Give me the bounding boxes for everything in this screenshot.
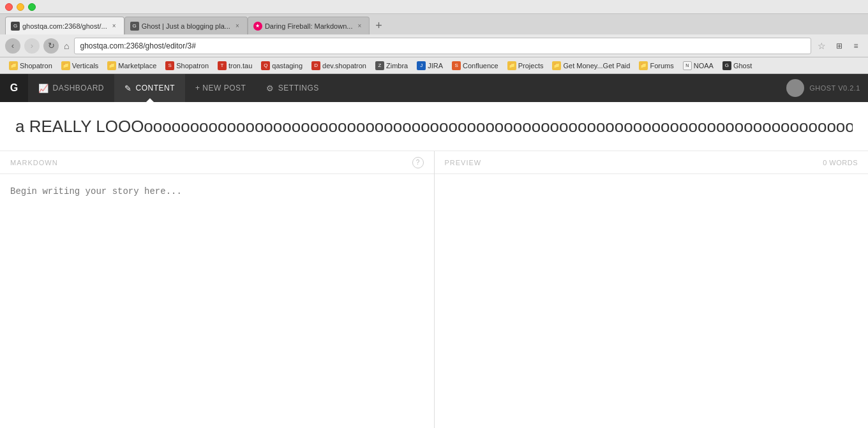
- nav-item-content[interactable]: ✎ Content: [114, 74, 185, 102]
- bookmark-site-icon: Z: [375, 61, 384, 70]
- bookmark-get-money[interactable]: 📁 Get Money...Get Paid: [548, 60, 634, 71]
- markdown-pane: MARKDOWN ?: [0, 151, 435, 428]
- bookmark-site-icon: S: [452, 61, 461, 70]
- word-count: 0 WORDS: [823, 159, 858, 166]
- bookmark-qastaging[interactable]: Q qastaging: [257, 60, 306, 71]
- browser-title-bar: [0, 0, 868, 14]
- bookmark-label: Shopatron: [20, 62, 52, 70]
- post-title-prefix: a REALLY LOOOooooooooooooooooooooooooooo…: [15, 117, 853, 136]
- app-navigation: G 📈 Dashboard ✎ Content + New Post ⚙ Set…: [0, 74, 868, 102]
- bookmark-label: Shopatron: [176, 62, 209, 70]
- bookmark-site-icon: J: [417, 61, 426, 70]
- bookmark-folder-icon: 📁: [507, 61, 516, 70]
- bookmark-label: Marketplace: [118, 62, 156, 70]
- bookmark-zimbra[interactable]: Z Zimbra: [371, 60, 412, 71]
- forward-button[interactable]: ›: [24, 38, 40, 54]
- url-text: ghostqa.com:2368/ghost/editor/3#: [80, 41, 805, 50]
- menu-icon[interactable]: ≡: [849, 39, 863, 53]
- address-bar: ‹ › ↻ ⌂ ghostqa.com:2368/ghost/editor/3#…: [0, 34, 868, 57]
- bookmark-label: Get Money...Get Paid: [563, 62, 630, 70]
- bookmark-projects[interactable]: 📁 Projects: [504, 60, 548, 71]
- back-button[interactable]: ‹: [5, 38, 20, 54]
- new-tab-button[interactable]: +: [370, 17, 387, 34]
- nav-item-label-settings: Settings: [278, 84, 319, 92]
- markdown-pane-header: MARKDOWN ?: [0, 151, 434, 174]
- bookmark-verticals[interactable]: 📁 Verticals: [57, 60, 103, 71]
- bookmark-label: dev.shopatron: [322, 62, 366, 70]
- tab-ghost-editor[interactable]: G ghostqa.com:2368/ghost/... ×: [5, 17, 124, 34]
- url-bar[interactable]: ghostqa.com:2368/ghost/editor/3#: [74, 38, 811, 54]
- nav-item-settings[interactable]: ⚙ Settings: [256, 74, 329, 102]
- ghost-version-label: Ghost V0.2.1: [809, 84, 860, 92]
- tab-just-blogging[interactable]: G Ghost | Just a blogging pla... ×: [124, 17, 248, 34]
- close-window-button[interactable]: [5, 3, 13, 11]
- settings-icon: ⚙: [266, 84, 274, 93]
- bookmark-label: Verticals: [72, 62, 99, 70]
- tab-close-daring[interactable]: ×: [355, 22, 364, 31]
- bookmark-confluence[interactable]: S Confluence: [448, 60, 502, 71]
- tab-label-daring: Daring Fireball: Markdown...: [265, 22, 353, 30]
- content-icon: ✎: [124, 84, 132, 93]
- markdown-content-area[interactable]: [0, 174, 434, 428]
- bookmark-label: NOAA: [694, 62, 714, 70]
- bookmark-folder-icon: 📁: [552, 61, 561, 70]
- markdown-textarea[interactable]: [10, 184, 424, 422]
- bookmark-folder-icon: 📁: [107, 61, 116, 70]
- post-title[interactable]: a REALLY LOOOooooooooooooooooooooooooooo…: [15, 115, 853, 138]
- bookmark-tron-tau[interactable]: T tron.tau: [214, 60, 256, 71]
- maximize-window-button[interactable]: [28, 3, 36, 11]
- markdown-help-button[interactable]: ?: [412, 157, 424, 168]
- bookmarks-bar: 📁 Shopatron 📁 Verticals 📁 Marketplace S …: [0, 57, 868, 74]
- help-icon: ?: [416, 159, 420, 166]
- preview-pane-header: PREVIEW 0 WORDS: [435, 151, 869, 174]
- nav-item-dashboard[interactable]: 📈 Dashboard: [28, 74, 114, 102]
- toolbar-icons: ⊞ ≡: [832, 39, 863, 53]
- tab-favicon-daring: ★: [253, 22, 262, 31]
- bookmark-site-icon: D: [311, 61, 320, 70]
- app-logo[interactable]: G: [0, 74, 28, 102]
- tab-close-just[interactable]: ×: [233, 22, 242, 31]
- bookmark-shopatron-1[interactable]: 📁 Shopatron: [5, 60, 56, 71]
- nav-item-label-new-post: + New Post: [195, 84, 246, 92]
- bookmark-shopatron-2[interactable]: S Shopatron: [161, 60, 213, 71]
- bookmark-jira[interactable]: J JIRA: [413, 60, 447, 71]
- tab-favicon-just: G: [130, 22, 139, 31]
- home-button[interactable]: ⌂: [64, 41, 69, 51]
- bookmark-star-icon[interactable]: ☆: [818, 41, 826, 51]
- bookmark-label: Projects: [518, 62, 544, 70]
- post-title-area[interactable]: a REALLY LOOOooooooooooooooooooooooooooo…: [0, 102, 868, 151]
- markdown-label: MARKDOWN: [10, 159, 58, 166]
- bookmark-label: Forums: [650, 62, 673, 70]
- bookmark-site-icon: S: [165, 61, 174, 70]
- nav-item-new-post[interactable]: + New Post: [185, 74, 256, 102]
- bookmark-forums[interactable]: 📁 Forums: [635, 60, 677, 71]
- nav-right: Ghost V0.2.1: [786, 79, 868, 97]
- bookmark-site-icon: T: [218, 61, 227, 70]
- dashboard-icon: 📈: [38, 84, 49, 93]
- tab-label-just: Ghost | Just a blogging pla...: [142, 22, 230, 30]
- split-pane: MARKDOWN ? PREVIEW 0 WORDS: [0, 151, 868, 428]
- bookmark-dev-shopatron[interactable]: D dev.shopatron: [308, 60, 370, 71]
- bookmark-site-icon: Q: [261, 61, 270, 70]
- preview-content-area: [435, 174, 869, 428]
- bookmark-label: Zimbra: [386, 62, 408, 70]
- tab-close-ghost[interactable]: ×: [110, 22, 119, 31]
- bookmark-ghost[interactable]: G Ghost: [719, 60, 756, 71]
- user-avatar[interactable]: [786, 79, 804, 97]
- tab-favicon-ghost: G: [11, 22, 20, 31]
- tab-label-ghost: ghostqa.com:2368/ghost/...: [22, 22, 107, 30]
- bookmark-marketplace[interactable]: 📁 Marketplace: [103, 60, 160, 71]
- nav-items: 📈 Dashboard ✎ Content + New Post ⚙ Setti…: [28, 74, 786, 102]
- bookmark-site-icon: G: [722, 61, 731, 70]
- nav-item-label-dashboard: Dashboard: [53, 84, 105, 92]
- bookmark-folder-icon: 📁: [9, 61, 18, 70]
- bookmark-noaa[interactable]: N NOAA: [679, 60, 717, 71]
- minimize-window-button[interactable]: [17, 3, 24, 11]
- extensions-icon[interactable]: ⊞: [832, 39, 846, 53]
- refresh-button[interactable]: ↻: [43, 38, 59, 54]
- tab-bar: G ghostqa.com:2368/ghost/... × G Ghost |…: [0, 14, 868, 34]
- bookmark-label: Confluence: [463, 62, 498, 70]
- tab-daring-fireball[interactable]: ★ Daring Fireball: Markdown... ×: [248, 17, 370, 34]
- preview-label: PREVIEW: [445, 159, 482, 166]
- preview-pane: PREVIEW 0 WORDS: [435, 151, 869, 428]
